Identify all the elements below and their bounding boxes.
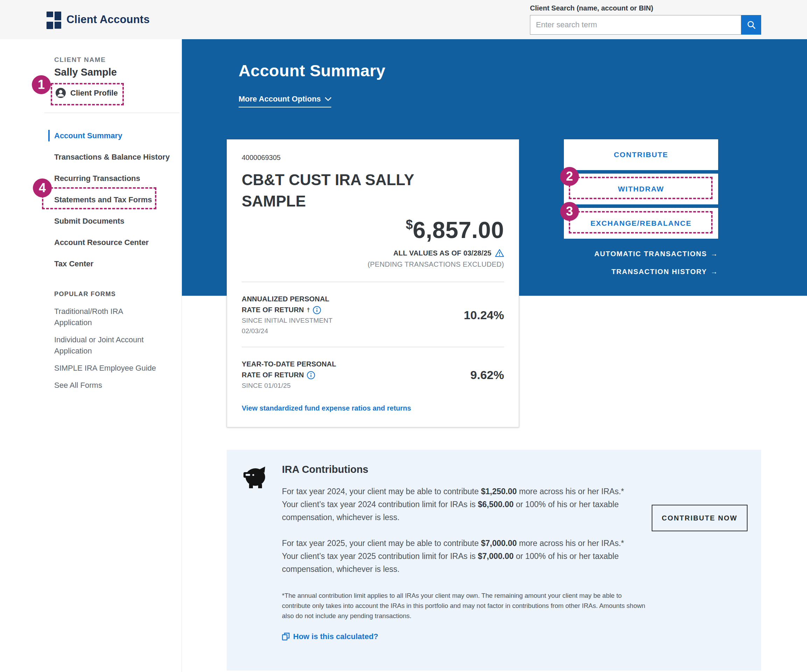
contribute-button[interactable]: CONTRIBUTE: [564, 139, 718, 170]
paragraph-text: Your client’s tax year 2024 contribution…: [282, 500, 478, 509]
how-calculated-link[interactable]: How is this calculated?: [282, 632, 747, 641]
app-logo: Client Accounts: [46, 12, 150, 28]
since-initial-date: 02/03/24: [242, 326, 333, 336]
person-icon: [55, 88, 66, 98]
sidebar-item-recurring-transactions[interactable]: Recurring Transactions: [54, 174, 178, 183]
currency-symbol: $: [406, 217, 413, 232]
account-summary-card: 4000069305 CB&T CUST IRA SALLY SAMPLE $6…: [227, 139, 519, 427]
ytd-label-line1: YEAR-TO-DATE PERSONAL: [242, 359, 336, 369]
form-link-individual-or-joint-account-application[interactable]: Individual or Joint Account Application: [54, 334, 159, 357]
withdraw-button[interactable]: WITHDRAW: [564, 174, 718, 205]
callout-badge-2: 2: [560, 167, 579, 186]
account-name: CB&T CUST IRA SALLY SAMPLE: [242, 170, 473, 212]
top-bar: Client Accounts Client Search (name, acc…: [0, 0, 807, 39]
since-ytd-date: SINCE 01/01/25: [242, 381, 336, 391]
info-icon[interactable]: [307, 371, 315, 379]
values-as-of: ALL VALUES AS OF 03/28/25: [242, 249, 504, 257]
amount-highlight: $6,500.00: [478, 500, 513, 509]
client-search-label: Client Search (name, account or BIN): [530, 4, 761, 12]
page: Account Summary More Account Options Cli…: [0, 0, 807, 672]
search-button[interactable]: [741, 15, 761, 35]
popular-forms-list: Traditional/Roth IRA ApplicationIndividu…: [54, 306, 159, 397]
form-link-traditional-roth-ira-application[interactable]: Traditional/Roth IRA Application: [54, 306, 159, 328]
search-icon: [747, 20, 756, 29]
amount-highlight: $7,000.00: [481, 539, 516, 548]
ira-contributions-panel: IRA Contributions For tax year 2024, you…: [227, 450, 761, 670]
external-window-icon: [282, 632, 290, 641]
paragraph-text: For tax year 2025, your client may be ab…: [282, 539, 481, 548]
fund-expense-ratios-link[interactable]: View standardized fund expense ratios an…: [242, 404, 504, 412]
client-name: Sally Sample: [54, 67, 117, 78]
paragraph-text: Your client’s tax year 2025 contribution…: [282, 552, 478, 561]
callout-badge-4: 4: [33, 178, 52, 197]
sidebar-item-statements-and-tax-forms[interactable]: Statements and Tax Forms: [54, 195, 178, 205]
form-link-see-all-forms[interactable]: See All Forms: [54, 380, 159, 391]
balance-value: 6,857.00: [413, 217, 504, 243]
client-search: Client Search (name, account or BIN): [530, 4, 761, 35]
callout-badge-1: 1: [32, 75, 51, 94]
page-title: Account Summary: [239, 61, 385, 80]
how-calculated-label: How is this calculated?: [293, 632, 378, 641]
pending-transactions-note: (PENDING TRANSACTIONS EXCLUDED): [242, 260, 504, 268]
ytd-label-line2: RATE OF RETURN: [242, 369, 304, 381]
client-name-label: CLIENT NAME: [54, 56, 106, 64]
sidebar: CLIENT NAME Sally Sample Client Profile …: [0, 39, 182, 672]
sidebar-item-submit-documents[interactable]: Submit Documents: [54, 216, 178, 226]
annualized-rate-value: 10.24%: [464, 308, 504, 322]
ytd-rate-row: YEAR-TO-DATE PERSONAL RATE OF RETURN SIN…: [242, 347, 504, 394]
amount-highlight: $7,000.00: [478, 552, 513, 561]
arrow-right-icon: →: [711, 250, 718, 258]
sidebar-divider: [45, 113, 179, 113]
sidebar-nav: Account SummaryTransactions & Balance Hi…: [54, 131, 178, 280]
account-actions: CONTRIBUTEWITHDRAWEXCHANGE/REBALANCE AUT…: [564, 139, 718, 286]
contribute-now-button[interactable]: CONTRIBUTE NOW: [652, 505, 747, 531]
automatic-transactions-label: AUTOMATIC TRANSACTIONS: [594, 250, 707, 258]
automatic-transactions-link[interactable]: AUTOMATIC TRANSACTIONS→: [564, 250, 718, 258]
dagger-footnote-mark: †: [307, 304, 310, 315]
ytd-rate-value: 9.62%: [470, 368, 504, 382]
ira-paragraph: Your client’s tax year 2025 contribution…: [282, 550, 648, 576]
app-title: Client Accounts: [66, 13, 150, 26]
since-initial-investment: SINCE INITIAL INVESTMENT: [242, 315, 333, 326]
sidebar-item-account-resource-center[interactable]: Account Resource Center: [54, 238, 178, 247]
account-balance: $6,857.00: [242, 217, 504, 243]
callout-badge-3: 3: [560, 202, 579, 221]
sidebar-item-tax-center[interactable]: Tax Center: [54, 259, 178, 268]
ira-footnote: *The annual contribution limit applies t…: [282, 590, 651, 621]
transaction-history-label: TRANSACTION HISTORY: [611, 268, 707, 275]
search-input[interactable]: [530, 15, 741, 35]
annualized-rate-row: ANNUALIZED PERSONAL RATE OF RETURN † SIN…: [242, 282, 504, 347]
ira-paragraph: For tax year 2024, your client may be ab…: [282, 485, 648, 498]
chevron-down-icon: [325, 97, 331, 101]
ira-contributions-title: IRA Contributions: [282, 464, 747, 475]
values-as-of-text: ALL VALUES AS OF 03/28/25: [393, 249, 492, 257]
sidebar-item-transactions-balance-history[interactable]: Transactions & Balance History: [54, 152, 178, 162]
warning-triangle-icon[interactable]: [495, 249, 504, 257]
brand-grid-icon: [46, 12, 61, 28]
rate-label-line1: ANNUALIZED PERSONAL: [242, 294, 333, 304]
piggy-bank-icon: [241, 465, 267, 490]
rate-label-line2: RATE OF RETURN: [242, 304, 304, 315]
paragraph-text: more across his or her IRAs.*: [516, 539, 624, 548]
more-account-options-link[interactable]: More Account Options: [239, 95, 331, 107]
ira-paragraph: Your client’s tax year 2024 contribution…: [282, 498, 648, 524]
more-account-options-label: More Account Options: [239, 95, 321, 103]
client-profile-label: Client Profile: [70, 88, 118, 98]
paragraph-text: more across his or her IRAs.*: [516, 487, 624, 496]
sidebar-item-account-summary[interactable]: Account Summary: [54, 131, 178, 140]
transaction-history-link[interactable]: TRANSACTION HISTORY→: [564, 268, 718, 276]
form-link-simple-ira-employee-guide[interactable]: SIMPLE IRA Employee Guide: [54, 363, 159, 374]
client-profile-link[interactable]: Client Profile: [55, 88, 118, 98]
paragraph-text: For tax year 2024, your client may be ab…: [282, 487, 481, 496]
popular-forms-label: POPULAR FORMS: [54, 291, 116, 298]
info-icon[interactable]: [313, 306, 321, 314]
exchange-rebalance-button[interactable]: EXCHANGE/REBALANCE: [564, 208, 718, 239]
account-number: 4000069305: [242, 154, 504, 162]
amount-highlight: $1,250.00: [481, 487, 516, 496]
ira-paragraph: For tax year 2025, your client may be ab…: [282, 537, 648, 550]
arrow-right-icon: →: [711, 268, 718, 275]
